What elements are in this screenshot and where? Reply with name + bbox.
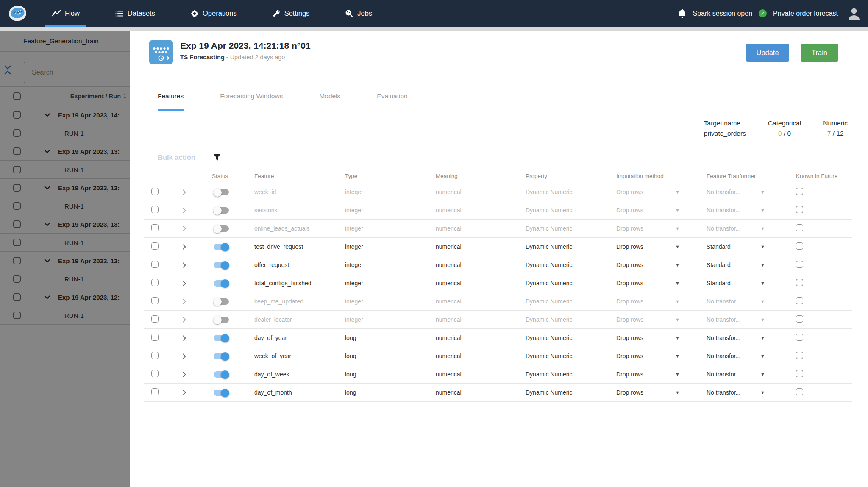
row-checkbox[interactable] (13, 220, 21, 228)
chevron-right-icon[interactable] (170, 353, 199, 359)
chevron-right-icon[interactable] (170, 317, 199, 323)
tab-models[interactable]: Models (319, 88, 340, 112)
experiment-run-column-header[interactable]: Experiment / Run (70, 93, 130, 100)
row-checkbox[interactable] (151, 242, 159, 250)
run-row[interactable]: RUN-1 (0, 270, 130, 288)
tab-features[interactable]: Features (158, 88, 184, 112)
imputation-select[interactable]: Drop rows▼ (616, 334, 707, 341)
chevron-right-icon[interactable] (170, 335, 199, 341)
row-checkbox[interactable] (151, 261, 159, 268)
row-checkbox[interactable] (151, 279, 159, 286)
chevron-right-icon[interactable] (170, 208, 199, 213)
transformer-select[interactable]: Standard▼ (707, 280, 796, 287)
chevron-right-icon[interactable] (170, 244, 199, 250)
run-row[interactable]: RUN-1 (0, 234, 130, 252)
transformer-select[interactable]: Standard▼ (707, 243, 796, 250)
imputation-select[interactable]: Drop rows▼ (616, 243, 707, 250)
row-checkbox[interactable] (13, 202, 21, 210)
known-in-future-checkbox[interactable] (796, 242, 803, 250)
transformer-select[interactable]: No transfor...▼ (707, 371, 796, 378)
row-checkbox[interactable] (13, 239, 21, 246)
experiment-row[interactable]: Exp 19 Apr 2023, 13: (0, 179, 130, 197)
imputation-select[interactable]: Drop rows▼ (616, 353, 707, 359)
chevron-down-icon[interactable] (44, 295, 50, 299)
chevron-down-icon[interactable] (44, 186, 50, 190)
row-checkbox[interactable] (151, 352, 159, 359)
status-toggle[interactable] (214, 335, 229, 341)
imputation-select[interactable]: Drop rows▼ (616, 189, 707, 195)
status-toggle[interactable] (214, 262, 229, 268)
nav-item-datasets[interactable]: Datasets (108, 0, 162, 27)
row-checkbox[interactable] (13, 184, 21, 192)
known-in-future-checkbox[interactable] (796, 188, 803, 195)
experiment-row[interactable]: Exp 19 Apr 2023, 13: (0, 252, 130, 270)
row-checkbox[interactable] (13, 293, 21, 301)
row-checkbox[interactable] (151, 370, 159, 377)
transformer-select[interactable]: No transfor...▼ (707, 316, 796, 323)
imputation-select[interactable]: Drop rows▼ (616, 316, 707, 323)
select-all-experiments-checkbox[interactable] (13, 92, 21, 100)
known-in-future-checkbox[interactable] (796, 297, 803, 304)
experiment-row[interactable]: Exp 19 Apr 2023, 13: (0, 142, 130, 161)
search-input[interactable] (24, 62, 130, 83)
known-in-future-checkbox[interactable] (796, 370, 803, 377)
tab-evaluation[interactable]: Evaluation (377, 88, 407, 112)
status-toggle[interactable] (214, 189, 229, 195)
status-toggle[interactable] (214, 225, 229, 232)
chevron-right-icon[interactable] (170, 390, 199, 395)
collapse-all-icon[interactable] (4, 65, 11, 75)
row-checkbox[interactable] (151, 206, 159, 213)
experiment-row[interactable]: Exp 19 Apr 2023, 14: (0, 106, 130, 124)
status-toggle[interactable] (214, 371, 229, 378)
row-checkbox[interactable] (13, 312, 21, 319)
row-checkbox[interactable] (13, 166, 21, 173)
run-row[interactable]: RUN-1 (0, 161, 130, 179)
nav-item-jobs[interactable]: Jobs (338, 0, 379, 27)
known-in-future-checkbox[interactable] (796, 334, 803, 341)
user-avatar[interactable] (847, 6, 861, 21)
chevron-down-icon[interactable] (44, 150, 50, 153)
transformer-select[interactable]: No transfor...▼ (707, 334, 796, 341)
known-in-future-checkbox[interactable] (796, 206, 803, 213)
app-logo[interactable] (8, 0, 28, 27)
chevron-right-icon[interactable] (170, 281, 199, 286)
imputation-select[interactable]: Drop rows▼ (616, 298, 707, 305)
transformer-select[interactable]: No transfor...▼ (707, 225, 796, 232)
transformer-select[interactable]: No transfor...▼ (707, 298, 796, 305)
known-in-future-checkbox[interactable] (796, 315, 803, 323)
status-toggle[interactable] (214, 244, 229, 250)
imputation-select[interactable]: Drop rows▼ (616, 262, 707, 268)
project-name[interactable]: Private order forecast (773, 10, 838, 17)
transformer-select[interactable]: No transfor...▼ (707, 189, 796, 195)
train-button[interactable]: Train (801, 44, 838, 62)
chevron-right-icon[interactable] (170, 189, 199, 195)
notifications-bell-icon[interactable] (678, 8, 687, 19)
experiment-row[interactable]: Exp 19 Apr 2023, 12: (0, 288, 130, 306)
transformer-select[interactable]: No transfor...▼ (707, 389, 796, 396)
bulk-action-button[interactable]: Bulk action (158, 153, 195, 161)
known-in-future-checkbox[interactable] (796, 224, 803, 231)
known-in-future-checkbox[interactable] (796, 352, 803, 359)
imputation-select[interactable]: Drop rows▼ (616, 280, 707, 287)
row-checkbox[interactable] (151, 188, 159, 195)
row-checkbox[interactable] (13, 111, 21, 119)
nav-item-settings[interactable]: Settings (266, 0, 317, 27)
status-toggle[interactable] (214, 298, 229, 305)
row-checkbox[interactable] (151, 315, 159, 323)
chevron-right-icon[interactable] (170, 226, 199, 231)
row-checkbox[interactable] (13, 257, 21, 264)
transformer-select[interactable]: No transfor...▼ (707, 353, 796, 359)
nav-item-operations[interactable]: Operations (184, 0, 244, 27)
row-checkbox[interactable] (151, 224, 159, 231)
imputation-select[interactable]: Drop rows▼ (616, 207, 707, 214)
transformer-select[interactable]: Standard▼ (707, 262, 796, 268)
run-row[interactable]: RUN-1 (0, 306, 130, 325)
status-toggle[interactable] (214, 207, 229, 214)
row-checkbox[interactable] (13, 275, 21, 283)
row-checkbox[interactable] (151, 388, 159, 395)
tab-forecasting-windows[interactable]: Forecasting Windows (220, 88, 283, 112)
chevron-right-icon[interactable] (170, 262, 199, 268)
row-checkbox[interactable] (151, 297, 159, 304)
status-toggle[interactable] (214, 280, 229, 287)
chevron-down-icon[interactable] (44, 223, 50, 226)
